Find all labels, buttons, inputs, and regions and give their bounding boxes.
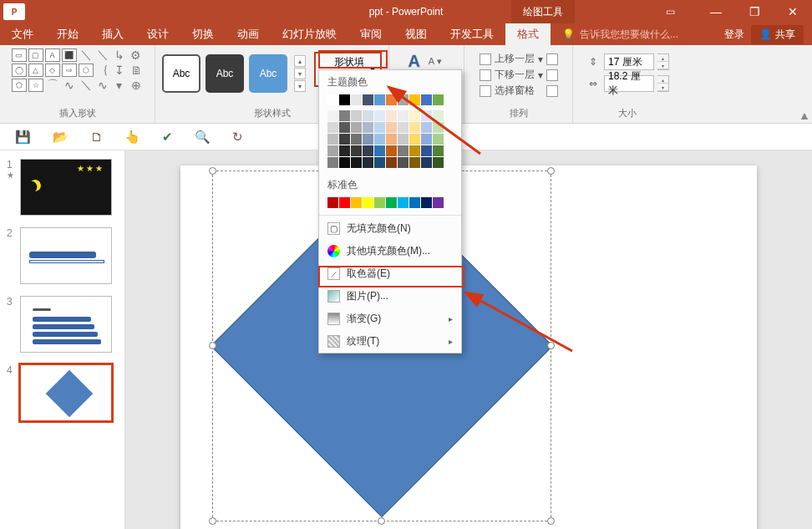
resize-handle[interactable] [547,517,555,525]
width-input[interactable]: 18.2 厘米 [604,75,654,92]
slide-thumbnail-4[interactable] [20,364,112,421]
slide[interactable]: ⟳ [180,165,757,529]
gradient-fill-item[interactable]: 渐变(G)▸ [319,308,461,330]
tab-developer[interactable]: 开发工具 [439,23,505,45]
restore-button[interactable]: ❐ [735,0,774,23]
color-swatch[interactable] [374,197,385,208]
resize-handle[interactable] [378,517,385,525]
color-swatch[interactable] [409,134,420,145]
color-swatch[interactable] [374,122,385,133]
color-swatch[interactable] [433,145,444,156]
color-swatch[interactable] [363,134,373,145]
color-swatch[interactable] [409,94,420,105]
color-swatch[interactable] [409,145,420,156]
color-swatch[interactable] [386,197,397,208]
contextual-tab-drawing-tools[interactable]: 绘图工具 [511,0,575,23]
ribbon-display-options-icon[interactable]: ▭ [653,6,687,18]
color-swatch[interactable] [339,157,350,168]
color-swatch[interactable] [374,134,385,145]
spellcheck-icon[interactable]: ✔ [162,130,173,145]
color-swatch[interactable] [327,110,338,121]
color-swatch[interactable] [351,110,362,121]
color-swatch[interactable] [386,94,397,105]
color-swatch[interactable] [421,134,432,145]
color-swatch[interactable] [386,134,397,145]
color-swatch[interactable] [386,110,397,121]
style-preset-2[interactable]: Abc [206,54,244,93]
text-fill-icon[interactable]: A [408,52,419,71]
align-icon[interactable] [546,53,558,65]
color-swatch[interactable] [409,197,420,208]
shape-styles-gallery[interactable]: Abc Abc Abc ▴▾▾ [162,48,306,99]
tab-transitions[interactable]: 切换 [180,23,226,45]
color-swatch[interactable] [433,197,444,208]
color-swatch[interactable] [339,122,350,133]
color-swatch[interactable] [386,157,397,168]
color-swatch[interactable] [327,122,338,133]
color-swatch[interactable] [398,122,409,133]
slide-thumbnail-2[interactable] [20,227,112,284]
tab-view[interactable]: 视图 [393,23,439,45]
rotate-icon[interactable] [546,85,558,97]
slide-canvas[interactable]: ⟳ [125,150,812,529]
color-swatch[interactable] [421,94,432,105]
minimize-button[interactable]: — [697,0,735,23]
color-swatch[interactable] [433,110,444,121]
new-icon[interactable]: 🗋 [90,130,103,144]
tab-slideshow[interactable]: 幻灯片放映 [271,23,348,45]
color-swatch[interactable] [327,145,338,156]
color-swatch[interactable] [433,157,444,168]
close-button[interactable]: ✕ [774,0,812,23]
tab-file[interactable]: 文件 [0,23,45,45]
standard-colors-grid[interactable] [319,196,461,213]
shape-fill-dropdown[interactable]: 主题颜色 标准色 ▢无填充颜色(N) 其他填充颜色(M)... ⟋取色器(E) … [318,69,462,354]
no-fill-item[interactable]: ▢无填充颜色(N) [319,217,461,240]
style-preset-1[interactable]: Abc [162,54,200,93]
shapes-gallery[interactable]: ▭▢A⬛＼＼↳⚙ ◯△◇⇨⬡｛↧🗎 ⬠☆⌒∿＼∿▾⊕ [12,48,144,92]
resize-handle[interactable] [209,342,216,349]
color-swatch[interactable] [433,134,444,145]
collapse-ribbon-icon[interactable]: ⯅ [800,112,809,121]
styles-scroll[interactable]: ▴▾▾ [294,55,306,92]
open-icon[interactable]: 📂 [53,130,69,145]
color-swatch[interactable] [339,134,350,145]
slide-thumbnail-1[interactable] [20,159,112,216]
slide-thumbnails-panel[interactable]: 1★ 2 3 4 [0,150,125,529]
color-swatch[interactable] [386,122,397,133]
redo-icon[interactable]: ↻ [232,130,243,145]
color-swatch[interactable] [363,94,373,105]
color-swatch[interactable] [398,197,409,208]
tab-format[interactable]: 格式 [505,23,551,45]
color-swatch[interactable] [363,197,373,208]
color-swatch[interactable] [351,157,362,168]
color-swatch[interactable] [351,145,362,156]
group-icon[interactable] [546,69,558,81]
share-button[interactable]: 👤 共享 [751,25,804,44]
color-swatch[interactable] [421,145,432,156]
color-swatch[interactable] [433,94,444,105]
resize-handle[interactable] [209,517,216,525]
color-swatch[interactable] [421,197,432,208]
text-fill-dropdown[interactable]: A ▾ [425,55,445,68]
color-swatch[interactable] [351,134,362,145]
resize-handle[interactable] [547,342,555,349]
color-swatch[interactable] [409,122,420,133]
color-swatch[interactable] [363,110,373,121]
selection-pane[interactable]: 选择窗格 [495,84,535,98]
color-swatch[interactable] [398,134,409,145]
color-swatch[interactable] [327,197,338,208]
style-preset-3[interactable]: Abc [249,54,287,93]
zoom-icon[interactable]: 🔍 [195,130,211,145]
color-swatch[interactable] [339,145,350,156]
tab-design[interactable]: 设计 [135,23,180,45]
bring-forward[interactable]: 上移一层 [495,52,535,66]
color-swatch[interactable] [339,110,350,121]
color-swatch[interactable] [339,94,350,105]
color-swatch[interactable] [351,94,362,105]
color-swatch[interactable] [327,157,338,168]
color-swatch[interactable] [351,122,362,133]
width-spinner[interactable]: ▴▾ [657,75,669,92]
color-swatch[interactable] [363,157,373,168]
login-link[interactable]: 登录 [724,28,744,42]
color-swatch[interactable] [421,157,432,168]
